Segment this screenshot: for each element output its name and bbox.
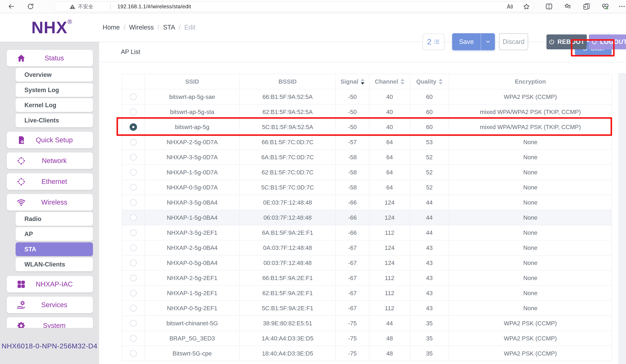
sidebar-item-overview[interactable]: Overview — [16, 68, 93, 81]
cell-quality: 60 — [410, 89, 449, 104]
pending-changes-badge[interactable]: 2 — [423, 34, 444, 50]
sidebar-item-wireless[interactable]: Wireless — [7, 194, 93, 210]
sidebar-item-label: Ethernet — [26, 178, 88, 185]
sidebar-item-ap[interactable]: AP — [16, 227, 93, 241]
discard-button[interactable]: Discard — [499, 33, 528, 50]
column-header-quality[interactable]: Quality — [410, 74, 449, 89]
reboot-label: REBOOT — [557, 38, 585, 45]
row-radio[interactable] — [130, 214, 137, 221]
row-radio[interactable] — [130, 184, 137, 191]
row-radio[interactable] — [130, 229, 137, 236]
logout-button[interactable]: LOGOUT — [589, 35, 626, 49]
save-button[interactable]: Save — [452, 33, 481, 50]
row-radio[interactable] — [130, 139, 137, 146]
grid-icon — [17, 280, 26, 289]
sidebar-item-system[interactable]: System — [7, 317, 93, 328]
read-aloud-icon[interactable] — [506, 3, 513, 10]
row-radio[interactable] — [130, 199, 137, 206]
browser-essentials-icon[interactable] — [602, 3, 609, 10]
row-radio[interactable] — [130, 259, 137, 266]
reboot-button[interactable]: REBOOT — [547, 35, 587, 49]
sidebar-item-nhxap-iac[interactable]: NHXAP-IAC — [7, 276, 93, 292]
cell-bssid: 00:03:7F:12:48:48 — [240, 255, 335, 270]
column-label: BSSID — [278, 78, 297, 85]
sidebar-item-label: Live-Clients — [24, 117, 59, 124]
cell-encryption: None — [449, 180, 612, 195]
scrollbar-track[interactable] — [619, 73, 626, 364]
row-radio[interactable] — [130, 109, 137, 115]
row-radio[interactable] — [130, 169, 137, 176]
sidebar-item-ethernet[interactable]: Ethernet — [7, 173, 93, 190]
cell-bssid: 66:B1:5F:9A:2E:F1 — [240, 270, 335, 285]
security-chip[interactable]: 不安全 — [69, 3, 93, 10]
sidebar-item-label: Overview — [24, 71, 52, 78]
breadcrumb-item-wireless[interactable]: Wireless — [129, 24, 154, 31]
network-icon — [17, 177, 26, 186]
cell-ssid: NHXAP-2-5g-0D7A — [145, 134, 240, 150]
row-radio[interactable] — [130, 154, 137, 161]
sidebar-item-radio[interactable]: Radio — [16, 212, 93, 226]
breadcrumb: Home/Wireless/STA/Edit — [103, 13, 196, 41]
breadcrumb-item-sta[interactable]: STA — [163, 24, 175, 31]
row-radio[interactable] — [130, 93, 137, 100]
row-radio-selected[interactable] — [130, 123, 137, 131]
more-icon[interactable] — [618, 3, 626, 10]
table-row[interactable]: NHXAP-3-5g-2EF16A:B1:5F:9A:2E:F1-6611244… — [122, 225, 612, 240]
breadcrumb-item-home[interactable]: Home — [103, 24, 120, 31]
table-row[interactable]: NHXAP-0-5g-0BA400:03:7F:12:48:48-6712443… — [122, 255, 612, 270]
sidebar-item-label: AP — [24, 231, 33, 238]
collections-icon[interactable] — [583, 3, 590, 10]
sidebar-item-label: NHXAP-IAC — [26, 280, 88, 288]
table-row[interactable]: bitswrt-chinanet-5G38:9E:80:82:E5:51-754… — [122, 316, 612, 331]
table-row[interactable]: NHXAP-1-5g-0BA406:03:7F:12:48:48-6612444… — [122, 210, 612, 225]
sidebar-item-live-clients[interactable]: Live-Clients — [16, 114, 93, 127]
table-row[interactable]: bitswrt-ap-5g-sta62:B1:5F:9A:52:5A-50406… — [122, 104, 612, 120]
split-screen-icon[interactable] — [545, 3, 553, 10]
row-radio[interactable] — [130, 335, 137, 342]
sidebar-item-kernel-log[interactable]: Kernel Log — [16, 98, 93, 112]
sidebar-item-wlan-clients[interactable]: WLAN-Clients — [16, 257, 93, 271]
table-row[interactable]: NHXAP-1-5g-0D7A62:B1:5F:7C:0D:7C-586452N… — [122, 165, 612, 180]
cell-encryption: None — [449, 240, 612, 255]
sidebar-item-status[interactable]: Status — [7, 50, 93, 66]
table-row[interactable]: NHXAP-3-5g-0BA40E:03:7F:12:48:48-6612444… — [122, 195, 612, 210]
sort-arrows-icon[interactable] — [361, 79, 364, 85]
table-row[interactable]: bitswrt-ap-5g-sae66:B1:5F:9A:52:5A-50406… — [122, 89, 612, 104]
address-bar[interactable]: 不安全 192.168.1.1/#/wireless/sta/edit — [54, 1, 534, 12]
sidebar-item-label: Radio — [24, 215, 41, 223]
row-radio[interactable] — [130, 290, 137, 296]
row-radio[interactable] — [130, 275, 137, 282]
cell-signal: -67 — [335, 255, 369, 270]
sidebar-item-quick-setup[interactable]: Quick Setup — [7, 132, 93, 148]
favorite-star-icon[interactable] — [523, 3, 530, 10]
sidebar-item-label: Kernel Log — [24, 102, 56, 109]
back-icon[interactable] — [7, 3, 15, 10]
table-row[interactable]: NHXAP-1-5g-2EF162:B1:5F:9A:2E:F1-6711243… — [122, 285, 612, 301]
table-row[interactable]: NHXAP-2-5g-0D7A66:B1:5F:7C:0D:7C-576453N… — [122, 134, 612, 150]
favorites-list-icon[interactable] — [564, 3, 572, 10]
table-row[interactable]: NHXAP-2-5g-0BA40A:03:7F:12:48:48-6712443… — [122, 240, 612, 255]
sidebar-nav: StatusOverviewSystem LogKernel LogLive-C… — [0, 42, 99, 328]
row-radio[interactable] — [130, 350, 137, 357]
cell-ssid: NHXAP-3-5g-0BA4 — [145, 195, 240, 210]
sort-arrows-icon[interactable] — [439, 79, 442, 85]
row-radio[interactable] — [130, 320, 137, 327]
reload-icon[interactable] — [27, 3, 34, 10]
row-radio[interactable] — [130, 244, 137, 251]
row-radio[interactable] — [130, 305, 137, 312]
column-header-signal[interactable]: Signal — [335, 74, 369, 89]
sidebar-item-system-log[interactable]: System Log — [16, 83, 93, 97]
column-header-channel[interactable]: Channel — [369, 74, 410, 89]
table-row[interactable]: NHXAP-2-5g-2EF166:B1:5F:9A:2E:F1-6711243… — [122, 270, 612, 285]
table-row[interactable]: NHXAP-0-5g-2EF15C:B1:5F:9A:2E:F1-6711243… — [122, 301, 612, 316]
sort-arrows-icon[interactable] — [401, 79, 404, 85]
save-dropdown-button[interactable] — [481, 33, 495, 50]
table-row[interactable]: bitswrt-ap-5g5C:B1:5F:9A:52:5A-504060mix… — [122, 120, 612, 134]
table-row[interactable]: Bitswrt-5G-cpe18:40:A4:D3:3E:D5-754835WP… — [122, 346, 612, 361]
table-row[interactable]: BRAP_5G_3ED31A:40:A4:D3:3E:D5-754835WPA2… — [122, 331, 612, 346]
table-row[interactable]: NHXAP-3-5g-0D7A6A:B1:5F:7C:0D:7C-586452N… — [122, 150, 612, 165]
table-row[interactable]: NHXAP-0-5g-0D7A5C:B1:5F:7C:0D:7C-586452N… — [122, 180, 612, 195]
sidebar-item-services[interactable]: Services — [7, 297, 93, 313]
sidebar-item-sta[interactable]: STA — [16, 243, 93, 256]
sidebar-item-network[interactable]: Network — [7, 153, 93, 169]
